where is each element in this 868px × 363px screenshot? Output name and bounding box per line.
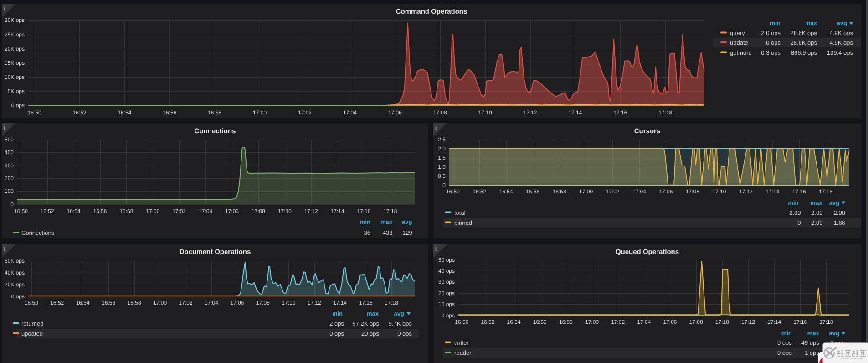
svg-text:returned: returned [21,320,43,327]
svg-text:17:14: 17:14 [568,109,582,116]
svg-text:17:08: 17:08 [689,319,703,325]
svg-text:866.9 ops: 866.9 ops [791,49,817,56]
svg-text:Connections: Connections [21,229,55,236]
svg-text:17:16: 17:16 [792,188,806,195]
svg-text:min: min [781,330,792,337]
svg-text:17:12: 17:12 [741,319,755,325]
svg-text:20 ops: 20 ops [438,290,455,296]
svg-text:0 ops: 0 ops [11,293,25,300]
svg-text:300: 300 [5,162,14,169]
svg-text:16:50: 16:50 [446,188,460,195]
svg-text:16:56: 16:56 [93,208,107,214]
svg-text:16:52: 16:52 [41,208,54,214]
svg-text:17:04: 17:04 [205,300,218,306]
svg-text:17:14: 17:14 [331,208,344,214]
svg-text:0 ops: 0 ops [329,330,344,337]
svg-text:17:02: 17:02 [611,319,625,325]
svg-text:17:06: 17:06 [230,300,244,306]
svg-text:0.5: 0.5 [438,173,446,179]
svg-text:16:58: 16:58 [128,300,141,306]
svg-text:17:10: 17:10 [715,319,729,325]
svg-text:16:54: 16:54 [499,188,513,195]
svg-text:16:52: 16:52 [72,109,86,116]
svg-text:28.6K ops: 28.6K ops [790,30,817,36]
svg-text:17:18: 17:18 [383,208,397,214]
svg-text:17:08: 17:08 [686,188,699,195]
svg-text:1.0: 1.0 [438,164,446,170]
svg-text:4.9K ops: 4.9K ops [830,30,853,36]
svg-text:4.9K ops: 4.9K ops [830,39,853,46]
svg-text:16:50: 16:50 [28,109,41,116]
svg-text:16:50: 16:50 [455,319,468,325]
svg-text:17:02: 17:02 [172,208,186,214]
svg-text:10K ops: 10K ops [5,74,25,80]
svg-text:avg: avg [394,310,404,317]
svg-text:0.3 ops: 0.3 ops [761,49,781,56]
svg-text:17:04: 17:04 [199,208,212,214]
svg-text:17:04: 17:04 [637,319,651,325]
svg-text:min: min [332,310,343,317]
svg-text:0: 0 [10,201,14,207]
svg-text:16:58: 16:58 [559,319,573,325]
svg-text:40K ops: 40K ops [5,270,25,276]
svg-text:17:06: 17:06 [663,319,677,325]
svg-text:17:00: 17:00 [585,319,599,325]
svg-text:57.2K ops: 57.2K ops [352,320,379,327]
svg-text:17:12: 17:12 [739,188,753,195]
svg-text:36: 36 [364,229,370,236]
svg-text:200: 200 [5,175,14,182]
svg-text:1 ops: 1 ops [805,349,819,356]
svg-text:17:12: 17:12 [308,300,321,306]
svg-text:reader: reader [454,349,472,356]
svg-text:16:54: 16:54 [507,319,521,325]
svg-text:17:10: 17:10 [712,188,726,195]
svg-text:Document Operations: Document Operations [180,248,251,256]
svg-text:17:00: 17:00 [146,208,159,214]
svg-text:17:08: 17:08 [433,109,447,116]
svg-text:total: total [454,209,466,216]
svg-text:17:04: 17:04 [343,109,357,116]
svg-text:17:00: 17:00 [579,188,593,195]
svg-text:min: min [788,199,798,206]
svg-text:0: 0 [797,219,801,226]
svg-text:0 ops: 0 ops [442,312,455,319]
svg-text:17:02: 17:02 [298,109,312,116]
svg-text:17:06: 17:06 [388,109,402,116]
svg-text:0 ops: 0 ops [11,102,25,109]
svg-text:2.0 ops: 2.0 ops [761,30,781,36]
svg-text:129: 129 [402,229,412,236]
svg-text:30 ops: 30 ops [438,279,455,285]
svg-text:avg: avg [829,199,839,206]
svg-text:Queued Operations: Queued Operations [616,248,679,256]
svg-text:avg: avg [402,218,412,225]
svg-text:17:00: 17:00 [253,109,267,116]
svg-text:20K ops: 20K ops [5,281,25,288]
svg-text:17:10: 17:10 [278,208,292,214]
svg-text:2.5: 2.5 [438,136,446,143]
svg-text:2.00: 2.00 [811,219,822,226]
svg-text:min: min [770,20,781,26]
svg-text:17:14: 17:14 [333,300,347,306]
svg-text:25K ops: 25K ops [5,31,25,38]
svg-text:139.4 ops: 139.4 ops [827,49,853,56]
svg-text:0: 0 [442,182,446,188]
svg-text:17:06: 17:06 [659,188,673,195]
svg-text:2.0: 2.0 [438,145,446,152]
svg-text:17:12: 17:12 [523,109,537,116]
svg-text:max: max [810,199,822,206]
svg-text:17:16: 17:16 [357,208,370,214]
svg-text:1.66: 1.66 [834,219,845,226]
svg-text:getmore: getmore [730,49,752,56]
svg-text:5K ops: 5K ops [8,88,25,94]
svg-text:40 ops: 40 ops [438,268,455,274]
svg-text:min: min [360,218,370,225]
svg-text:2.00: 2.00 [811,209,822,216]
svg-text:writer: writer [454,339,469,346]
svg-text:max: max [807,330,820,337]
svg-text:16:54: 16:54 [118,109,131,116]
svg-text:update: update [730,39,748,46]
svg-text:17:18: 17:18 [819,188,832,195]
svg-text:17:06: 17:06 [225,208,239,214]
svg-text:17:16: 17:16 [359,300,373,306]
svg-text:Cursors: Cursors [634,127,661,135]
